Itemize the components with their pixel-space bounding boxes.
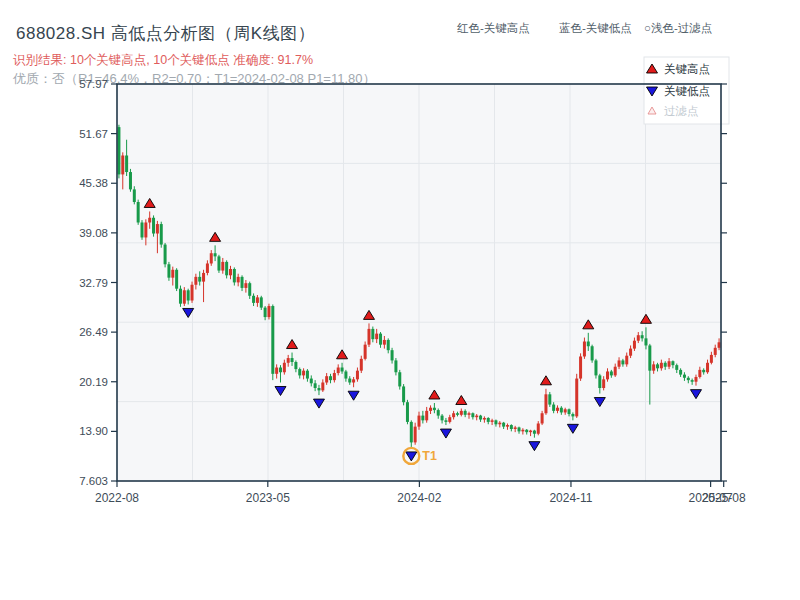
y-tick-label: 7.603 xyxy=(79,475,108,487)
y-tick-label: 32.79 xyxy=(79,277,108,289)
y-tick-label: 26.49 xyxy=(79,326,108,338)
y-tick-label: 45.38 xyxy=(79,177,108,189)
legend-high-label: 关键高点 xyxy=(664,63,710,75)
x-axis-labels: 2022-082023-052024-022024-112025-072025-… xyxy=(95,491,746,505)
kline-chart: T157.9751.6745.3839.0832.7926.4920.1913.… xyxy=(0,0,800,600)
legend-low-label: 关键低点 xyxy=(664,85,710,97)
legend-filter-label: 过滤点 xyxy=(664,105,699,117)
y-axis-labels: 57.9751.6745.3839.0832.7926.4920.1913.90… xyxy=(79,78,108,487)
x-tick-label: 2025-08 xyxy=(702,491,746,505)
t1-label: T1 xyxy=(422,449,437,463)
x-tick-label: 2023-05 xyxy=(246,491,290,505)
y-tick-label: 13.90 xyxy=(79,425,108,437)
x-axis-ticks xyxy=(117,481,724,487)
y-tick-label: 57.97 xyxy=(79,78,108,90)
y-tick-label: 39.08 xyxy=(79,227,108,239)
x-tick-label: 2024-02 xyxy=(397,491,441,505)
y-tick-label: 51.67 xyxy=(79,128,108,140)
kline-analysis-page: 688028.SH 高低点分析图（周K线图） 识别结果: 10个关键高点, 10… xyxy=(0,0,800,600)
x-tick-label: 2024-11 xyxy=(549,491,592,505)
x-tick-label: 2022-08 xyxy=(95,491,139,505)
y-tick-label: 20.19 xyxy=(79,376,108,388)
